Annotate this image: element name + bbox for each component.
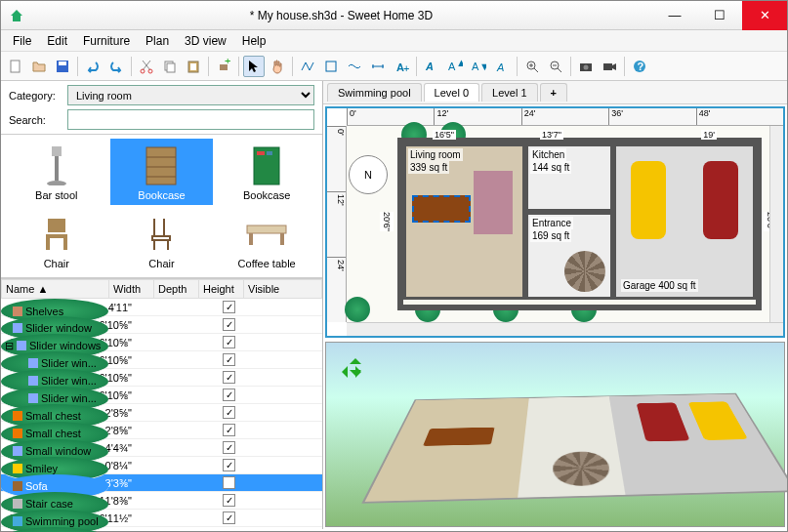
menu-help[interactable]: Help [234,32,274,50]
3d-view[interactable] [325,342,785,527]
table-row[interactable]: Slider win...4'11"0'10⅝"6'10⅝"✓ [1,387,322,404]
cut-button[interactable] [136,56,157,77]
col-depth[interactable]: Depth [154,280,199,299]
table-row[interactable]: Swimming pool27'3½"11'1½"6'11½"✓ [1,510,322,527]
pan-tool-button[interactable] [267,56,288,77]
furniture-thumb-icon [138,213,185,256]
table-row[interactable]: Shelves4'11"1'3¾"4'11"✓ [1,299,322,316]
video-button[interactable] [599,56,620,77]
cell-visible: ✓ [136,527,322,530]
menu-edit[interactable]: Edit [39,32,75,50]
visible-checkbox[interactable]: ✓ [223,512,235,524]
visible-checkbox[interactable]: ✓ [223,424,235,436]
visible-checkbox[interactable]: ✓ [223,336,235,348]
minimize-button[interactable]: — [652,1,697,30]
open-button[interactable] [28,56,50,77]
menu-3dview[interactable]: 3D view [177,32,234,50]
catalog-item[interactable]: Chair [5,207,108,273]
room-entrance[interactable]: Entrance 169 sq ft [525,212,613,300]
table-row[interactable]: Slider win...4'11"0'10⅝"6'10⅝"✓ [1,369,322,387]
copy-button[interactable] [159,56,181,77]
category-select[interactable]: Living room [67,85,314,105]
text-italic-button[interactable]: A [491,56,513,77]
dimension-tool-button[interactable] [367,56,389,77]
catalog-item[interactable]: Bookcase [215,139,318,205]
photo-button[interactable] [575,56,597,77]
col-height[interactable]: Height [199,280,244,299]
vertical-scrollbar[interactable] [769,126,783,322]
text-size-inc-button[interactable]: A▲ [444,56,466,77]
plan-canvas[interactable]: N 16'5" 13'7" 19' 20'6" 20'6" Living roo… [347,126,769,322]
text-size-dec-button[interactable]: A▼ [468,56,489,77]
visible-checkbox[interactable]: ✓ [223,301,235,313]
tab-add[interactable]: + [540,83,567,102]
table-row[interactable]: Small window2'4"1'1⅝"4'4¾"✓ [1,439,322,457]
visible-checkbox[interactable]: ✓ [223,318,235,331]
furniture-catalog[interactable]: Bar stoolBookcaseBookcaseChairChairCoffe… [1,135,322,278]
visible-checkbox[interactable]: ✓ [223,406,235,419]
zoom-in-button[interactable] [521,56,543,77]
paste-button[interactable] [183,56,204,77]
3d-nav-control[interactable] [336,352,375,391]
menu-file[interactable]: File [5,32,39,50]
svg-rect-37 [48,219,65,232]
close-button[interactable]: ✕ [742,1,787,30]
table-row[interactable]: Small chest2'8¼"1'6¼"2'8⅝"✓ [1,422,322,439]
sofa-selected[interactable] [412,195,471,223]
tab-level0[interactable]: Level 0 [424,83,479,102]
catalog-item[interactable]: Bookcase [110,139,214,205]
col-width[interactable]: Width [109,280,154,299]
table-row[interactable]: Table1'11⅝"4'7⅛"2'9½"✓ [1,527,322,530]
visible-checkbox[interactable]: ✓ [223,441,235,454]
horizontal-scrollbar[interactable] [347,322,783,336]
svg-rect-28 [55,156,59,181]
redo-button[interactable] [105,56,127,77]
tab-swimming-pool[interactable]: Swimming pool [327,83,422,102]
search-input[interactable] [67,109,314,130]
cell-visible: ✓ [136,369,322,387]
catalog-item[interactable]: Bar stool [5,139,108,205]
visible-checkbox[interactable]: ✓ [223,371,235,384]
nav-up-icon[interactable] [350,352,361,364]
polyline-tool-button[interactable] [344,56,365,77]
room-tool-button[interactable] [320,56,342,77]
col-visible[interactable]: Visible [244,280,322,299]
text-bold-button[interactable]: A [421,56,442,77]
table-row[interactable]: Slider win...4'11"0'10⅝"6'10⅝"✓ [1,351,322,369]
visible-checkbox[interactable]: ✓ [223,476,235,489]
visible-checkbox[interactable]: ✓ [223,389,235,401]
new-button[interactable] [5,56,26,77]
col-name[interactable]: Name ▲ [2,280,109,299]
table-row[interactable]: Small chest2'8¼"1'6¼"2'8⅝"✓ [1,404,322,422]
zoom-out-button[interactable] [545,56,566,77]
staircase-icon [564,251,605,292]
table-row[interactable]: Smiley0'5¼"0'5¼"0'8¼"✓ [1,457,322,474]
room-kitchen[interactable]: Kitchen 144 sq ft [525,143,613,212]
maximize-button[interactable]: ☐ [697,1,742,30]
table-row[interactable]: Stair case7'1"7'0½"11'8⅜"✓ [1,492,322,510]
catalog-item[interactable]: Coffee table [215,207,318,273]
undo-button[interactable] [82,56,104,77]
text-tool-button[interactable]: A+ [391,56,412,77]
visible-checkbox[interactable]: ✓ [223,459,235,471]
visible-checkbox[interactable]: ✓ [223,494,235,507]
save-button[interactable] [52,56,73,77]
room-living[interactable]: Living room 339 sq ft [403,143,525,300]
room-garage[interactable]: Garage 400 sq ft [613,143,756,300]
visible-checkbox[interactable]: ✓ [223,353,235,366]
menu-plan[interactable]: Plan [138,32,177,50]
nav-right-icon[interactable] [355,366,367,378]
nav-left-icon[interactable] [336,366,348,378]
select-tool-button[interactable] [243,56,265,77]
catalog-item[interactable]: Chair [110,207,214,273]
table-row[interactable]: Sofa6'3¾"2'11½"3'3⅜"✓ [1,474,322,492]
wall-tool-button[interactable] [297,56,318,77]
svg-point-23 [584,64,589,69]
table-row[interactable]: Slider window4'11"0'10⅝"6'10⅝"✓ [1,316,322,334]
table-row[interactable]: ⊟ Slider windows14'9⅛"0'10⅞"6'10⅝"✓ [1,334,322,351]
menu-furniture[interactable]: Furniture [75,32,138,50]
help-button[interactable]: ? [629,56,650,77]
plan-view[interactable]: 0'12'24'36'48' 0'12'24' N 16'5" 13'7" 19… [325,106,785,338]
tab-level1[interactable]: Level 1 [481,83,537,102]
add-furniture-button[interactable]: + [213,56,234,77]
